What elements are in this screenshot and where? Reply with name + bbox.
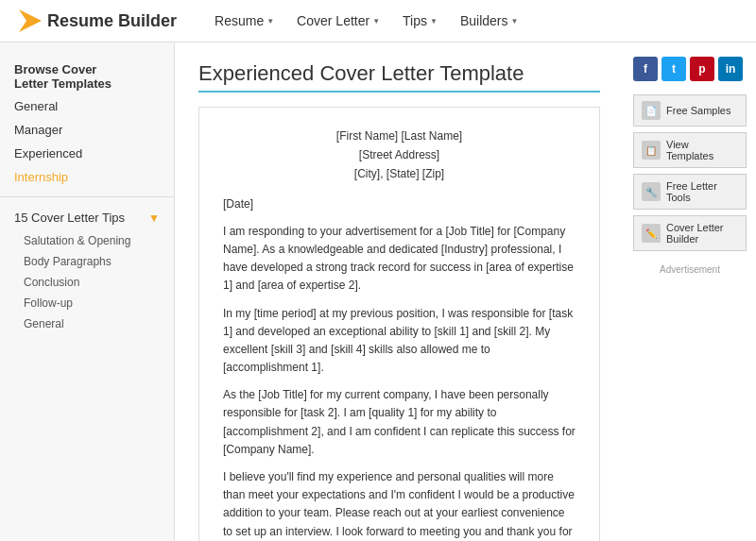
free-samples-button[interactable]: 📄 Free Samples — [633, 94, 747, 127]
sidebar-item-general[interactable]: General — [0, 94, 174, 118]
sidebar-tip-followup[interactable]: Follow-up — [0, 293, 174, 313]
social-pinterest[interactable]: p — [690, 57, 714, 81]
ad-label: Advertisement — [633, 264, 747, 275]
sidebar-tips-header[interactable]: 15 Cover Letter Tips ▼ — [0, 205, 174, 230]
letter-para2: In my [time period] at my previous posit… — [223, 305, 576, 378]
layout: Browse Cover Letter Templates General Ma… — [0, 42, 756, 541]
letter-para3: As the [Job Title] for my current compan… — [223, 386, 576, 459]
sidebar-tip-general[interactable]: General — [0, 313, 174, 334]
social-row: f t p in — [633, 57, 747, 81]
header: Resume Builder Resume ▼ Cover Letter ▼ T… — [0, 0, 756, 42]
nav-builders-arrow: ▼ — [511, 17, 519, 25]
left-sidebar: Browse Cover Letter Templates General Ma… — [0, 42, 175, 541]
logo-icon — [19, 9, 42, 32]
sidebar-section-title: Browse Cover Letter Templates — [0, 57, 174, 94]
free-letter-tools-button[interactable]: 🔧 Free Letter Tools — [633, 174, 747, 210]
logo-text: Resume Builder — [47, 11, 177, 31]
letter-para4: I believe you'll find my experience and … — [223, 468, 576, 541]
right-sidebar: f t p in 📄 Free Samples 📋 View Templates… — [624, 42, 756, 541]
letter-name: [First Name] [Last Name] — [223, 127, 576, 145]
letter-address: [Street Address] — [223, 146, 576, 164]
nav-resume[interactable]: Resume ▼ — [215, 13, 274, 28]
logo[interactable]: Resume Builder — [19, 9, 177, 32]
sidebar-item-manager[interactable]: Manager — [0, 118, 174, 142]
nav-builders[interactable]: Builders ▼ — [460, 13, 519, 28]
nav-coverletter-arrow: ▼ — [372, 17, 380, 25]
view-templates-icon: 📋 — [642, 141, 661, 160]
social-facebook[interactable]: f — [633, 57, 658, 81]
chevron-down-icon: ▼ — [148, 211, 160, 225]
main-content: Experienced Cover Letter Template [First… — [175, 42, 624, 541]
social-linkedin[interactable]: in — [718, 57, 743, 81]
sidebar-item-internship[interactable]: Internship — [0, 165, 174, 189]
free-samples-icon: 📄 — [642, 101, 661, 120]
sidebar-tip-conclusion[interactable]: Conclusion — [0, 272, 174, 293]
letter-para1: I am responding to your advertisement fo… — [223, 223, 576, 296]
main-nav: Resume ▼ Cover Letter ▼ Tips ▼ Builders … — [215, 13, 518, 28]
letter-city-state: [City], [State] [Zip] — [223, 165, 576, 183]
nav-resume-arrow: ▼ — [266, 17, 274, 25]
view-templates-button[interactable]: 📋 View Templates — [633, 132, 747, 168]
letter-box: [First Name] [Last Name] [Street Address… — [198, 107, 600, 541]
letter-date: [Date] — [223, 195, 576, 213]
title-underline — [198, 91, 600, 93]
svg-marker-0 — [19, 9, 42, 32]
letter-body: [Date] I am responding to your advertise… — [223, 195, 576, 541]
sidebar-tip-salutation[interactable]: Salutation & Opening — [0, 230, 174, 251]
social-twitter[interactable]: t — [662, 57, 686, 81]
sidebar-tip-body[interactable]: Body Paragraphs — [0, 251, 174, 272]
nav-tips-arrow: ▼ — [430, 17, 438, 25]
sidebar-divider — [0, 196, 174, 197]
cover-letter-builder-button[interactable]: ✏️ Cover Letter Builder — [633, 215, 747, 251]
page-title: Experienced Cover Letter Template — [198, 61, 600, 86]
free-letter-tools-icon: 🔧 — [642, 182, 661, 201]
letter-header: [First Name] [Last Name] [Street Address… — [223, 127, 576, 184]
nav-cover-letter[interactable]: Cover Letter ▼ — [297, 13, 380, 28]
nav-tips[interactable]: Tips ▼ — [403, 13, 438, 28]
cover-letter-builder-icon: ✏️ — [642, 224, 661, 243]
sidebar-item-experienced[interactable]: Experienced — [0, 142, 174, 165]
